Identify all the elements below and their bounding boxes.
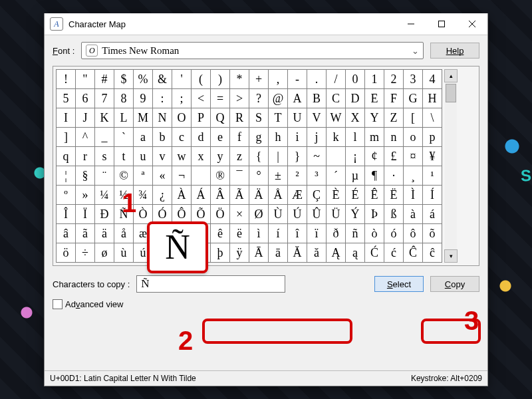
copy-button[interactable]: Copy — [430, 276, 479, 292]
grid-cell[interactable]: Þ — [365, 205, 384, 224]
grid-cell[interactable]: n — [384, 128, 404, 147]
grid-cell[interactable]: ù — [114, 243, 134, 263]
grid-cell[interactable]: R — [230, 108, 249, 128]
grid-cell[interactable]: » — [76, 186, 95, 205]
grid-cell[interactable]: ) — [211, 70, 230, 89]
grid-cell[interactable]: ² — [288, 166, 307, 186]
grid-cell[interactable]: H — [423, 89, 442, 108]
help-button[interactable]: Help — [430, 43, 479, 59]
grid-cell[interactable]: l — [346, 128, 365, 147]
maximize-button[interactable] — [426, 13, 457, 35]
grid-cell[interactable]: K — [95, 108, 114, 128]
grid-cell[interactable]: 2 — [384, 70, 404, 89]
grid-cell[interactable]: · — [384, 166, 404, 186]
grid-cell[interactable]: ì — [249, 224, 269, 243]
grid-cell[interactable]: á — [423, 205, 442, 224]
grid-cell[interactable]: h — [269, 128, 288, 147]
grid-cell[interactable]: ¼ — [95, 186, 114, 205]
grid-cell[interactable]: © — [114, 166, 134, 186]
character-preview[interactable]: Ñ — [147, 221, 208, 273]
grid-cell[interactable]: [ — [404, 108, 423, 128]
grid-cell[interactable]: U — [288, 108, 307, 128]
grid-cell[interactable]: ¤ — [404, 147, 423, 166]
grid-cell[interactable]: g — [249, 128, 269, 147]
grid-cell[interactable]: V — [307, 108, 327, 128]
grid-cell[interactable]: > — [230, 89, 249, 108]
grid-cell[interactable]: ï — [307, 224, 327, 243]
grid-cell[interactable]: Ą — [327, 243, 346, 263]
grid-cell[interactable]: F — [384, 89, 404, 108]
grid-cell[interactable]: × — [230, 205, 249, 224]
grid-cell[interactable]: ¥ — [423, 147, 442, 166]
grid-cell[interactable]: = — [211, 89, 230, 108]
grid-cell[interactable]: õ — [423, 224, 442, 243]
grid-cell[interactable]: & — [153, 70, 172, 89]
grid-cell[interactable]: 6 — [76, 89, 95, 108]
grid-cell[interactable]: z — [230, 147, 249, 166]
grid-cell[interactable]: i — [288, 128, 307, 147]
grid-cell[interactable]: ¸ — [404, 166, 423, 186]
grid-cell[interactable]: b — [153, 128, 172, 147]
grid-cell[interactable]: ÿ — [230, 243, 249, 263]
grid-cell[interactable]: ] — [57, 128, 76, 147]
grid-cell[interactable]: Ý — [346, 205, 365, 224]
grid-cell[interactable]: º — [57, 186, 76, 205]
grid-cell[interactable]: ¦ — [57, 166, 76, 186]
grid-cell[interactable]: ä — [95, 224, 114, 243]
grid-cell[interactable]: ø — [95, 243, 114, 263]
scroll-up-button[interactable]: ▴ — [444, 69, 458, 82]
grid-cell[interactable]: Q — [211, 108, 230, 128]
grid-cell[interactable]: ¬ — [172, 166, 192, 186]
grid-cell[interactable]: ! — [57, 70, 76, 89]
grid-cell[interactable]: . — [307, 70, 327, 89]
grid-cell[interactable]: É — [346, 186, 365, 205]
grid-cell[interactable]: Ã — [230, 186, 249, 205]
grid-cell[interactable]: ă — [307, 243, 327, 263]
close-button[interactable] — [457, 13, 487, 35]
grid-cell[interactable]: T — [269, 108, 288, 128]
grid-cell[interactable]: ö — [57, 243, 76, 263]
grid-cell[interactable]: X — [346, 108, 365, 128]
grid-cell[interactable]: ð — [327, 224, 346, 243]
grid-cell[interactable]: q — [57, 147, 76, 166]
grid-cell[interactable]: ? — [249, 89, 269, 108]
grid-cell[interactable]: Ö — [211, 205, 230, 224]
grid-cell[interactable]: Â — [211, 186, 230, 205]
grid-cell[interactable]: j — [307, 128, 327, 147]
grid-cell[interactable]: % — [134, 70, 153, 89]
grid-cell[interactable]: ą — [346, 243, 365, 263]
grid-cell[interactable]: µ — [346, 166, 365, 186]
grid-cell[interactable]: v — [153, 147, 172, 166]
grid-cell[interactable]: Ì — [404, 186, 423, 205]
grid-cell[interactable]: Ă — [288, 243, 307, 263]
grid-cell[interactable]: ª — [134, 166, 153, 186]
grid-cell[interactable]: 5 — [57, 89, 76, 108]
grid-cell[interactable]: ñ — [346, 224, 365, 243]
grid-cell[interactable]: O — [172, 108, 192, 128]
grid-cell[interactable]: A — [288, 89, 307, 108]
grid-cell[interactable]: ´ — [327, 166, 346, 186]
grid-cell[interactable]: £ — [384, 147, 404, 166]
grid-cell[interactable]: M — [134, 108, 153, 128]
grid-cell[interactable]: u — [134, 147, 153, 166]
grid-cell[interactable] — [327, 147, 346, 166]
grid-cell[interactable]: B — [307, 89, 327, 108]
grid-cell[interactable]: ¨ — [95, 166, 114, 186]
grid-cell[interactable]: à — [404, 205, 423, 224]
grid-cell[interactable]: ó — [384, 224, 404, 243]
grid-cell[interactable]: í — [269, 224, 288, 243]
grid-cell[interactable]: ; — [172, 89, 192, 108]
character-grid[interactable]: !"#$%&'()*+,-./0123456789:;<=>?@ABCDEFGH… — [56, 69, 442, 263]
grid-cell[interactable]: I — [57, 108, 76, 128]
grid-cell[interactable]: \ — [423, 108, 442, 128]
grid-cell[interactable]: W — [327, 108, 346, 128]
grid-cell[interactable]: ¡ — [346, 147, 365, 166]
grid-scrollbar[interactable]: ▴ ▾ — [445, 69, 457, 263]
grid-cell[interactable]: : — [153, 89, 172, 108]
grid-cell[interactable]: Ā — [249, 243, 269, 263]
grid-cell[interactable]: Ü — [327, 205, 346, 224]
grid-cell[interactable]: ÷ — [76, 243, 95, 263]
grid-cell[interactable]: å — [114, 224, 134, 243]
font-combobox[interactable]: O Times New Roman ⌄ — [81, 42, 424, 59]
grid-cell[interactable]: / — [327, 70, 346, 89]
